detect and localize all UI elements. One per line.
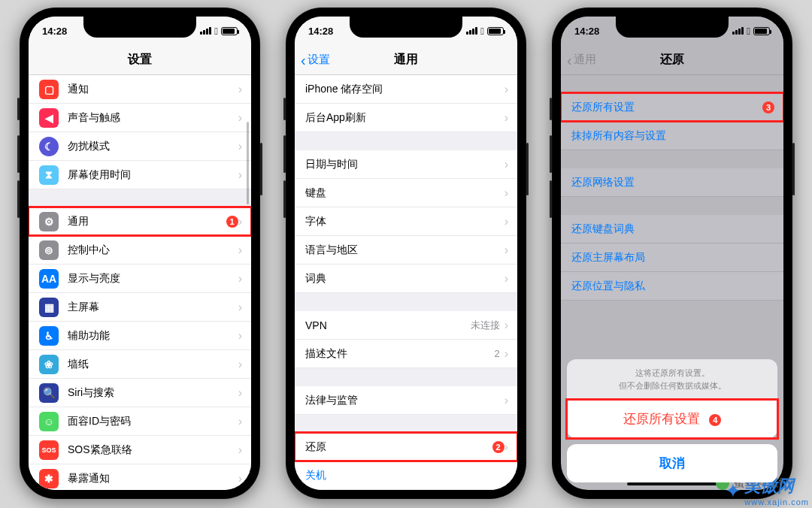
- general-row-还原[interactable]: 还原2›: [295, 433, 517, 461]
- settings-row-SOS紧急联络[interactable]: SOSSOS紧急联络›: [29, 436, 251, 464]
- row-label: 暴露通知: [68, 472, 238, 485]
- row-label: 还原键盘词典: [571, 222, 774, 236]
- chevron-right-icon: ›: [238, 358, 242, 371]
- navbar: ‹ 通用 还原: [561, 45, 783, 75]
- row-icon: ❀: [39, 355, 59, 374]
- settings-row-显示与亮度[interactable]: AA显示与亮度›: [29, 265, 251, 293]
- status-icons: 􀙇: [466, 26, 504, 37]
- chevron-left-icon: ‹: [567, 53, 572, 68]
- row-label: 语言与地区: [305, 243, 504, 257]
- row-icon: ⧗: [39, 165, 59, 185]
- general-row-iPhone 储存空间[interactable]: iPhone 储存空间›: [295, 75, 517, 104]
- settings-row-勿扰模式[interactable]: ☾勿扰模式›: [29, 132, 251, 161]
- row-icon: SOS: [39, 440, 59, 460]
- general-row-法律与监管[interactable]: 法律与监管›: [295, 386, 517, 415]
- chevron-right-icon: ›: [238, 301, 242, 314]
- row-icon: 🔍: [39, 383, 59, 403]
- chevron-right-icon: ›: [238, 443, 242, 457]
- row-label: 还原网络设置: [571, 176, 774, 189]
- step-badge-2: 2: [492, 441, 504, 453]
- settings-row-屏幕使用时间[interactable]: ⧗屏幕使用时间›: [29, 161, 251, 189]
- chevron-right-icon: ›: [504, 111, 508, 125]
- row-icon: ☾: [39, 137, 59, 156]
- nav-title: 通用: [394, 52, 418, 68]
- status-time: 14:28: [308, 26, 333, 37]
- reset-row-抹掉所有内容与设置[interactable]: 抹掉所有内容与设置: [561, 122, 783, 150]
- sheet-confirm-button[interactable]: 还原所有设置 4: [567, 400, 777, 438]
- back-button[interactable]: ‹ 通用: [567, 45, 596, 74]
- notch: [616, 17, 729, 38]
- row-icon: ⊚: [39, 240, 59, 260]
- chevron-right-icon: ›: [238, 415, 242, 428]
- settings-row-主屏幕[interactable]: ▦主屏幕›: [29, 293, 251, 322]
- row-label: 勿扰模式: [68, 140, 238, 153]
- phone-2: 14:28 􀙇 ‹ 设置 通用 iPhone 储存空间›后台App刷新›日期与时…: [286, 8, 526, 499]
- settings-row-通用[interactable]: ⚙︎通用1›: [29, 207, 251, 236]
- row-icon: ⚙︎: [39, 212, 59, 231]
- general-row-字体[interactable]: 字体›: [295, 207, 517, 236]
- settings-row-辅助功能[interactable]: ♿︎辅助功能›: [29, 322, 251, 350]
- row-value: 2: [494, 348, 499, 359]
- settings-row-声音与触感[interactable]: ◀︎声音与触感›: [29, 104, 251, 132]
- reset-row-还原位置与隐私[interactable]: 还原位置与隐私: [561, 272, 783, 301]
- reset-row-还原所有设置[interactable]: 还原所有设置3: [561, 93, 783, 122]
- settings-row-控制中心[interactable]: ⊚控制中心›: [29, 236, 251, 265]
- general-row-描述文件[interactable]: 描述文件2›: [295, 340, 517, 368]
- row-label: 屏幕使用时间: [68, 168, 238, 182]
- chevron-right-icon: ›: [504, 347, 508, 361]
- row-label: 控制中心: [68, 243, 238, 257]
- row-label: 通用: [68, 215, 220, 228]
- home-indicator[interactable]: [627, 482, 717, 485]
- back-button[interactable]: ‹ 设置: [301, 45, 330, 74]
- action-sheet: 这将还原所有设置。 但不会删除任何数据或媒体。 还原所有设置 4 取消: [567, 359, 777, 482]
- wifi-icon: 􀙇: [214, 26, 218, 37]
- general-row-日期与时间[interactable]: 日期与时间›: [295, 150, 517, 179]
- general-row-后台App刷新[interactable]: 后台App刷新›: [295, 104, 517, 132]
- status-time: 14:28: [574, 26, 599, 37]
- row-icon: ☺: [39, 412, 59, 431]
- row-label: SOS紧急联络: [68, 443, 238, 457]
- settings-row-暴露通知[interactable]: ✱暴露通知›: [29, 464, 251, 490]
- row-label: VPN: [305, 319, 471, 331]
- general-row-关机[interactable]: 关机: [295, 461, 517, 490]
- row-label: Siri与搜索: [68, 386, 238, 400]
- chevron-right-icon: ›: [504, 186, 508, 200]
- chevron-right-icon: ›: [504, 83, 508, 96]
- row-label: 声音与触感: [68, 111, 238, 125]
- row-icon: AA: [39, 269, 59, 289]
- general-row-键盘[interactable]: 键盘›: [295, 179, 517, 207]
- chevron-right-icon: ›: [238, 140, 242, 153]
- settings-row-Siri与搜索[interactable]: 🔍Siri与搜索›: [29, 379, 251, 407]
- settings-row-墙纸[interactable]: ❀墙纸›: [29, 350, 251, 379]
- settings-row-面容ID与密码[interactable]: ☺面容ID与密码›: [29, 407, 251, 436]
- chevron-right-icon: ›: [504, 215, 508, 228]
- sheet-cancel-button[interactable]: 取消: [567, 444, 777, 482]
- reset-row-还原网络设置[interactable]: 还原网络设置: [561, 168, 783, 197]
- chevron-right-icon: ›: [504, 158, 508, 171]
- chevron-right-icon: ›: [504, 394, 508, 407]
- reset-row-还原键盘词典[interactable]: 还原键盘词典: [561, 215, 783, 243]
- chevron-right-icon: ›: [238, 83, 242, 96]
- scrollbar[interactable]: [247, 122, 249, 204]
- row-label: 辅助功能: [68, 329, 238, 343]
- general-row-VPN[interactable]: VPN未连接›: [295, 311, 517, 340]
- signal-icon: [732, 27, 744, 35]
- chevron-right-icon: ›: [238, 386, 242, 400]
- row-label: 日期与时间: [305, 158, 504, 171]
- step-badge-3: 3: [762, 101, 774, 113]
- row-label: 法律与监管: [305, 394, 504, 407]
- row-label: 词典: [305, 272, 504, 286]
- chevron-right-icon: ›: [238, 472, 242, 485]
- screen-1: 14:28 􀙇 设置 ▢通知›◀︎声音与触感›☾勿扰模式›⧗屏幕使用时间›⚙︎通…: [29, 17, 251, 490]
- reset-row-还原主屏幕布局[interactable]: 还原主屏幕布局: [561, 243, 783, 272]
- general-row-词典[interactable]: 词典›: [295, 265, 517, 293]
- signal-icon: [466, 27, 477, 35]
- row-label: 描述文件: [305, 347, 494, 361]
- settings-list: ▢通知›◀︎声音与触感›☾勿扰模式›⧗屏幕使用时间›⚙︎通用1›⊚控制中心›AA…: [29, 75, 251, 490]
- row-icon: ♿︎: [39, 326, 59, 346]
- row-label: 字体: [305, 215, 504, 228]
- general-row-语言与地区[interactable]: 语言与地区›: [295, 236, 517, 265]
- settings-row-通知[interactable]: ▢通知›: [29, 75, 251, 104]
- screen-3: 14:28 􀙇 ‹ 通用 还原 还原所有设置3抹掉所有内容与设置还原网络设置还原…: [561, 17, 783, 490]
- navbar: 设置: [29, 45, 251, 75]
